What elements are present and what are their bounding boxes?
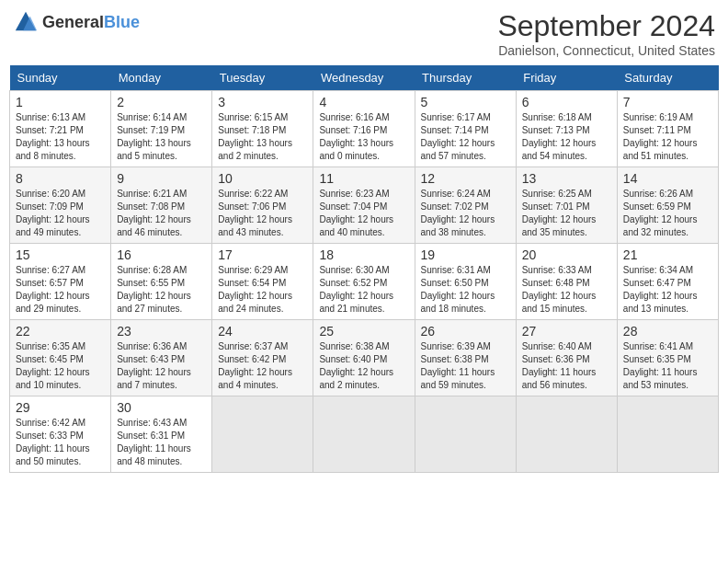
column-header-friday: Friday [516, 65, 617, 91]
calendar-cell: 25 Sunrise: 6:38 AM Sunset: 6:40 PM Dayl… [313, 320, 415, 396]
day-info: Sunrise: 6:38 AM Sunset: 6:40 PM Dayligh… [319, 340, 408, 392]
day-number: 7 [623, 95, 712, 109]
day-info: Sunrise: 6:37 AM Sunset: 6:42 PM Dayligh… [218, 340, 307, 392]
calendar-cell: 30 Sunrise: 6:43 AM Sunset: 6:31 PM Dayl… [111, 396, 212, 473]
calendar-cell: 10 Sunrise: 6:22 AM Sunset: 7:06 PM Dayl… [212, 167, 313, 244]
calendar-cell: 17 Sunrise: 6:29 AM Sunset: 6:54 PM Dayl… [212, 244, 313, 320]
calendar-cell: 7 Sunrise: 6:19 AM Sunset: 7:11 PM Dayli… [617, 91, 718, 167]
day-info: Sunrise: 6:29 AM Sunset: 6:54 PM Dayligh… [218, 264, 307, 316]
day-number: 24 [218, 324, 307, 339]
day-info: Sunrise: 6:33 AM Sunset: 6:48 PM Dayligh… [522, 264, 611, 316]
day-number: 18 [319, 247, 408, 262]
calendar-cell: 3 Sunrise: 6:15 AM Sunset: 7:18 PM Dayli… [212, 91, 313, 167]
column-header-tuesday: Tuesday [212, 65, 313, 91]
calendar-cell: 2 Sunrise: 6:14 AM Sunset: 7:19 PM Dayli… [111, 91, 212, 167]
day-info: Sunrise: 6:23 AM Sunset: 7:04 PM Dayligh… [319, 188, 408, 239]
column-header-thursday: Thursday [415, 65, 516, 91]
day-info: Sunrise: 6:16 AM Sunset: 7:16 PM Dayligh… [319, 111, 408, 163]
day-number: 19 [421, 247, 510, 262]
day-info: Sunrise: 6:30 AM Sunset: 6:52 PM Dayligh… [319, 264, 408, 316]
calendar-cell: 26 Sunrise: 6:39 AM Sunset: 6:38 PM Dayl… [415, 320, 516, 396]
day-number: 13 [522, 171, 611, 186]
day-number: 29 [16, 400, 105, 415]
day-number: 10 [218, 171, 307, 186]
day-number: 3 [218, 95, 307, 109]
column-header-monday: Monday [111, 65, 212, 91]
day-number: 17 [218, 247, 307, 262]
logo-blue-text: Blue [104, 13, 140, 31]
day-number: 12 [421, 171, 510, 186]
calendar-cell: 12 Sunrise: 6:24 AM Sunset: 7:02 PM Dayl… [415, 167, 516, 244]
calendar-cell: 22 Sunrise: 6:35 AM Sunset: 6:45 PM Dayl… [10, 320, 111, 396]
column-header-wednesday: Wednesday [313, 65, 415, 91]
calendar-cell: 16 Sunrise: 6:28 AM Sunset: 6:55 PM Dayl… [111, 244, 212, 320]
day-number: 1 [16, 95, 105, 109]
day-number: 9 [117, 171, 206, 186]
calendar-table: SundayMondayTuesdayWednesdayThursdayFrid… [9, 65, 719, 473]
day-info: Sunrise: 6:21 AM Sunset: 7:08 PM Dayligh… [117, 188, 206, 239]
logo: GeneralBlue [13, 9, 140, 35]
day-info: Sunrise: 6:19 AM Sunset: 7:11 PM Dayligh… [623, 111, 712, 163]
calendar-cell: 19 Sunrise: 6:31 AM Sunset: 6:50 PM Dayl… [415, 244, 516, 320]
day-number: 16 [117, 247, 206, 262]
day-info: Sunrise: 6:17 AM Sunset: 7:14 PM Dayligh… [421, 111, 510, 163]
day-info: Sunrise: 6:42 AM Sunset: 6:33 PM Dayligh… [16, 417, 105, 468]
day-info: Sunrise: 6:28 AM Sunset: 6:55 PM Dayligh… [117, 264, 206, 316]
title-area: September 2024 Danielson, Connecticut, U… [497, 9, 715, 58]
week-row-3: 15 Sunrise: 6:27 AM Sunset: 6:57 PM Dayl… [10, 244, 719, 320]
day-info: Sunrise: 6:41 AM Sunset: 6:35 PM Dayligh… [623, 340, 712, 392]
day-info: Sunrise: 6:40 AM Sunset: 6:36 PM Dayligh… [522, 340, 611, 392]
day-info: Sunrise: 6:15 AM Sunset: 7:18 PM Dayligh… [218, 111, 307, 163]
day-number: 23 [117, 324, 206, 339]
week-row-2: 8 Sunrise: 6:20 AM Sunset: 7:09 PM Dayli… [10, 167, 719, 244]
calendar-cell: 24 Sunrise: 6:37 AM Sunset: 6:42 PM Dayl… [212, 320, 313, 396]
logo-general-text: General [42, 13, 104, 31]
calendar-cell: 23 Sunrise: 6:36 AM Sunset: 6:43 PM Dayl… [111, 320, 212, 396]
day-number: 22 [16, 324, 105, 339]
calendar-cell: 15 Sunrise: 6:27 AM Sunset: 6:57 PM Dayl… [10, 244, 111, 320]
day-number: 20 [522, 247, 611, 262]
calendar-cell [516, 396, 617, 473]
calendar-cell: 6 Sunrise: 6:18 AM Sunset: 7:13 PM Dayli… [516, 91, 617, 167]
day-number: 28 [623, 324, 712, 339]
day-info: Sunrise: 6:14 AM Sunset: 7:19 PM Dayligh… [117, 111, 206, 163]
calendar-cell: 27 Sunrise: 6:40 AM Sunset: 6:36 PM Dayl… [516, 320, 617, 396]
calendar-cell: 4 Sunrise: 6:16 AM Sunset: 7:16 PM Dayli… [313, 91, 415, 167]
calendar-cell: 1 Sunrise: 6:13 AM Sunset: 7:21 PM Dayli… [10, 91, 111, 167]
calendar-cell: 20 Sunrise: 6:33 AM Sunset: 6:48 PM Dayl… [516, 244, 617, 320]
calendar-cell: 14 Sunrise: 6:26 AM Sunset: 6:59 PM Dayl… [617, 167, 718, 244]
column-header-sunday: Sunday [10, 65, 111, 91]
logo-icon [13, 9, 39, 35]
day-number: 15 [16, 247, 105, 262]
day-info: Sunrise: 6:18 AM Sunset: 7:13 PM Dayligh… [522, 111, 611, 163]
calendar-cell [313, 396, 415, 473]
day-info: Sunrise: 6:13 AM Sunset: 7:21 PM Dayligh… [16, 111, 105, 163]
day-number: 30 [117, 400, 206, 415]
day-info: Sunrise: 6:27 AM Sunset: 6:57 PM Dayligh… [16, 264, 105, 316]
calendar-cell: 21 Sunrise: 6:34 AM Sunset: 6:47 PM Dayl… [617, 244, 718, 320]
calendar-cell: 29 Sunrise: 6:42 AM Sunset: 6:33 PM Dayl… [10, 396, 111, 473]
day-info: Sunrise: 6:25 AM Sunset: 7:01 PM Dayligh… [522, 188, 611, 239]
day-info: Sunrise: 6:39 AM Sunset: 6:38 PM Dayligh… [421, 340, 510, 392]
calendar-cell: 5 Sunrise: 6:17 AM Sunset: 7:14 PM Dayli… [415, 91, 516, 167]
day-info: Sunrise: 6:26 AM Sunset: 6:59 PM Dayligh… [623, 188, 712, 239]
day-info: Sunrise: 6:36 AM Sunset: 6:43 PM Dayligh… [117, 340, 206, 392]
day-number: 21 [623, 247, 712, 262]
calendar-cell [212, 396, 313, 473]
day-number: 26 [421, 324, 510, 339]
day-number: 5 [421, 95, 510, 109]
calendar-cell: 18 Sunrise: 6:30 AM Sunset: 6:52 PM Dayl… [313, 244, 415, 320]
column-header-saturday: Saturday [617, 65, 718, 91]
day-number: 6 [522, 95, 611, 109]
day-number: 25 [319, 324, 408, 339]
calendar-cell: 8 Sunrise: 6:20 AM Sunset: 7:09 PM Dayli… [10, 167, 111, 244]
week-row-5: 29 Sunrise: 6:42 AM Sunset: 6:33 PM Dayl… [10, 396, 719, 473]
day-info: Sunrise: 6:20 AM Sunset: 7:09 PM Dayligh… [16, 188, 105, 239]
day-number: 4 [319, 95, 408, 109]
day-number: 11 [319, 171, 408, 186]
day-info: Sunrise: 6:22 AM Sunset: 7:06 PM Dayligh… [218, 188, 307, 239]
month-year-title: September 2024 [497, 9, 715, 43]
day-info: Sunrise: 6:35 AM Sunset: 6:45 PM Dayligh… [16, 340, 105, 392]
calendar-cell: 9 Sunrise: 6:21 AM Sunset: 7:08 PM Dayli… [111, 167, 212, 244]
calendar-cell [415, 396, 516, 473]
